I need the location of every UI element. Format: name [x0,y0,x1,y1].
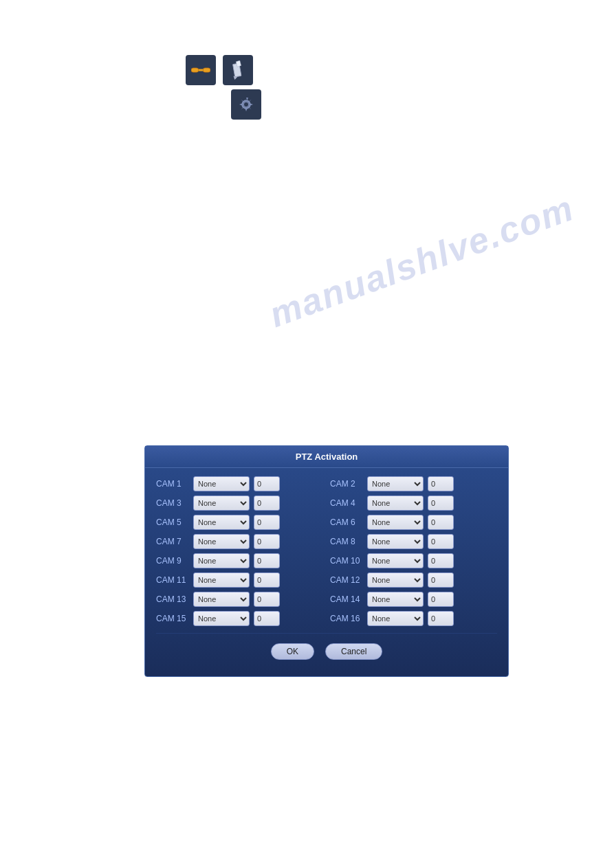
cam11-row: CAM 11 None [156,572,323,588]
watermark: manualshlve.com [264,187,580,335]
cam14-input[interactable] [428,592,454,607]
cam7-label: CAM 7 [156,537,189,546]
svg-point-8 [244,102,248,107]
cam15-input[interactable] [254,611,280,626]
cam3-select[interactable]: None [193,496,250,511]
pencil-icon-button[interactable] [223,55,253,85]
cam4-label: CAM 4 [330,498,363,508]
cam14-label: CAM 14 [330,594,363,604]
cam6-row: CAM 6 None [330,515,497,530]
cam10-input[interactable] [428,553,454,568]
link-icon-button[interactable] [186,55,216,85]
cam5-label: CAM 5 [156,518,189,527]
cam9-label: CAM 9 [156,556,189,566]
cam4-row: CAM 4 None [330,496,497,511]
cam15-label: CAM 15 [156,614,189,623]
cam16-input[interactable] [428,611,454,626]
cam6-label: CAM 6 [330,518,363,527]
cam3-row: CAM 3 None [156,496,323,511]
cam2-label: CAM 2 [330,479,363,489]
cam1-input[interactable] [254,476,280,491]
cam10-row: CAM 10 None [330,553,497,568]
svg-rect-2 [199,69,203,71]
ok-button[interactable]: OK [271,643,314,660]
svg-rect-1 [203,68,210,72]
cancel-button[interactable]: Cancel [325,643,382,660]
cam15-row: CAM 15 None [156,611,323,626]
cam13-input[interactable] [254,592,280,607]
cam11-label: CAM 11 [156,575,189,585]
cam13-select[interactable]: None [193,592,250,607]
cam15-select[interactable]: None [193,611,250,626]
cam6-input[interactable] [428,515,454,530]
cam7-input[interactable] [254,534,280,549]
cam10-select[interactable]: None [367,553,424,568]
cam1-select[interactable]: None [193,476,250,491]
cam12-label: CAM 12 [330,575,363,585]
cam5-select[interactable]: None [193,515,250,530]
cam16-label: CAM 16 [330,614,363,623]
cam9-row: CAM 9 None [156,553,323,568]
cam1-label: CAM 1 [156,479,189,489]
cam10-label: CAM 10 [330,556,363,566]
cam8-input[interactable] [428,534,454,549]
cam2-input[interactable] [428,476,454,491]
cam13-label: CAM 13 [156,594,189,604]
cam7-select[interactable]: None [193,534,250,549]
cam16-row: CAM 16 None [330,611,497,626]
dialog-title: PTZ Activation [145,446,508,468]
cam12-input[interactable] [428,572,454,588]
svg-rect-0 [191,68,199,72]
cam14-select[interactable]: None [367,592,424,607]
cam8-select[interactable]: None [367,534,424,549]
cam13-row: CAM 13 None [156,592,323,607]
cam8-label: CAM 8 [330,537,363,546]
gear-icon-button[interactable] [231,89,261,120]
cam3-input[interactable] [254,496,280,511]
cam5-input[interactable] [254,515,280,530]
cam6-select[interactable]: None [367,515,424,530]
cam9-select[interactable]: None [193,553,250,568]
dialog-body: CAM 1 None CAM 2 None CAM 3 None [145,468,508,676]
cam12-row: CAM 12 None [330,572,497,588]
cam7-row: CAM 7 None [156,534,323,549]
cam11-select[interactable]: None [193,572,250,588]
cam16-select[interactable]: None [367,611,424,626]
cam1-row: CAM 1 None [156,476,323,491]
cam2-select[interactable]: None [367,476,424,491]
cam3-label: CAM 3 [156,498,189,508]
dialog-footer: OK Cancel [156,633,497,668]
cam14-row: CAM 14 None [330,592,497,607]
cam11-input[interactable] [254,572,280,588]
cam12-select[interactable]: None [367,572,424,588]
cam9-input[interactable] [254,553,280,568]
cam2-row: CAM 2 None [330,476,497,491]
cam4-select[interactable]: None [367,496,424,511]
cam-grid: CAM 1 None CAM 2 None CAM 3 None [156,476,497,626]
cam8-row: CAM 8 None [330,534,497,549]
cam4-input[interactable] [428,496,454,511]
ptz-activation-dialog: PTZ Activation CAM 1 None CAM 2 None CAM… [144,445,509,677]
cam5-row: CAM 5 None [156,515,323,530]
top-icon-area [186,55,290,85]
